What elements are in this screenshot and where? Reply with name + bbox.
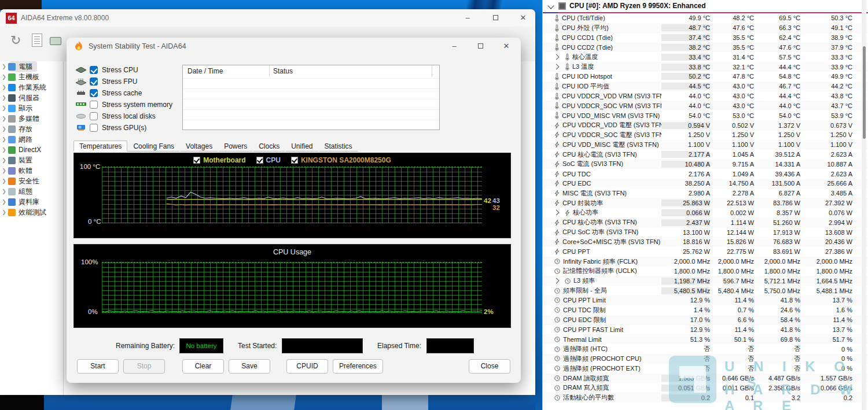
sensor-row[interactable]: DRAM 寫入頻寬0.051 GB/s0.011 GB/s2.358 GB/s0… bbox=[543, 383, 868, 393]
sensor-row[interactable]: CPU TDC 限制1.4 %0.7 %24.6 %1.6 % bbox=[543, 305, 868, 315]
chevron-right-icon[interactable]: ❯ bbox=[0, 105, 8, 111]
close-button[interactable]: ✕ bbox=[514, 13, 532, 23]
sensor-row[interactable]: 記憶體控制器頻率 (UCLK)1,800.0 MHz1,800.0 MHz1,8… bbox=[543, 267, 868, 276]
sidebar-item[interactable]: ❯效能測試 bbox=[0, 207, 63, 217]
sensor-row[interactable]: L3 頻率1,198.7 MHz596.7 MHz5,712.1 MHz1,66… bbox=[543, 276, 868, 286]
sensor-row[interactable]: CPU IOD Hotspot50.2 °C47.8 °C54.8 °C49.9… bbox=[543, 72, 868, 82]
sensor-row[interactable]: 活動核心的平均數0.20.13.20.2 bbox=[543, 393, 868, 402]
minimize-button[interactable]: – bbox=[459, 13, 476, 23]
stress-cache-checkbox[interactable] bbox=[90, 89, 98, 97]
chevron-right-icon[interactable]: ❯ bbox=[0, 126, 8, 132]
sensor-row[interactable]: CPU VDD_MISC VRM (SVI3 TFN)54.0 °C53.0 °… bbox=[543, 110, 868, 120]
dialog-close-button[interactable]: ✕ bbox=[498, 41, 515, 51]
tab-unified[interactable]: Unified bbox=[285, 141, 318, 152]
stress-gpu-checkbox[interactable] bbox=[90, 124, 98, 132]
sensor-row[interactable]: Infinity Fabric 頻率 (FCLK)2,000.0 MHz2,00… bbox=[543, 257, 868, 267]
close-button[interactable]: Close bbox=[469, 359, 510, 374]
chevron-right-icon[interactable]: ❯ bbox=[0, 116, 8, 121]
sensor-row[interactable]: CPU VDDCR_SOC 電壓 (SVI3 TFN)1.250 V1.250 … bbox=[543, 130, 868, 140]
chevron-right-icon[interactable]: ❯ bbox=[0, 84, 8, 90]
tab-cooling-fans[interactable]: Cooling Fans bbox=[127, 141, 180, 152]
dialog-maximize-button[interactable] bbox=[472, 41, 489, 51]
sensor-row[interactable]: 過熱降頻 (HTC)否否否0 % bbox=[543, 344, 868, 354]
chevron-right-icon[interactable]: ❯ bbox=[0, 64, 8, 69]
tab-temperatures[interactable]: Temperatures bbox=[73, 141, 127, 152]
chevron-right-icon[interactable] bbox=[554, 64, 560, 70]
chevron-right-icon[interactable]: ❯ bbox=[0, 147, 8, 153]
sensor-row[interactable]: CPU EDC38.250 A14.750 A131.500 A25.666 A bbox=[543, 179, 868, 189]
sensor-row[interactable]: CPU PPT25.762 W22.775 W83.691 W27.386 W bbox=[543, 247, 868, 257]
cpuid-button[interactable]: CPUID bbox=[286, 359, 328, 374]
dialog-minimize-button[interactable]: – bbox=[446, 41, 463, 51]
chevron-right-icon[interactable]: ❯ bbox=[0, 74, 8, 80]
sensor-row[interactable]: CPU PPT Limit12.9 %11.4 %41.8 %13.7 % bbox=[543, 296, 868, 305]
stress-fpu-option[interactable]: 123 Stress FPU bbox=[75, 77, 137, 86]
stress-gpu-option[interactable]: Stress GPU(s) bbox=[75, 123, 146, 132]
sensor-row[interactable]: CPU CCD1 (Tdie)37.4 °C35.5 °C62.4 °C38.9… bbox=[543, 33, 868, 43]
sensor-row[interactable]: CPU CCD2 (Tdie)38.2 °C35.5 °C47.6 °C37.9… bbox=[543, 42, 868, 52]
chevron-right-icon[interactable] bbox=[554, 278, 560, 284]
sensor-row[interactable]: CPU VDD_MISC 電壓 (SVI3 TFN)1.100 V1.100 V… bbox=[543, 140, 868, 150]
sensor-row[interactable]: 過熱降頻 (PROCHOT EXT)否否否0 % bbox=[543, 364, 868, 374]
stress-fpu-checkbox[interactable] bbox=[90, 77, 98, 86]
chevron-right-icon[interactable] bbox=[554, 54, 560, 60]
column-header-datetime[interactable]: Date / Time bbox=[187, 65, 223, 77]
chevron-right-icon[interactable]: ❯ bbox=[0, 178, 8, 184]
sensor-row[interactable]: CPU 封裝功率25.863 W22.513 W83.786 W27.392 W bbox=[543, 198, 868, 208]
sidebar-item[interactable]: ❯安全性 bbox=[0, 176, 63, 186]
sensor-row[interactable]: CPU (Tctl/Tdie)49.9 °C48.2 °C69.5 °C50.3… bbox=[543, 13, 868, 23]
sidebar-item[interactable]: ❯存放 bbox=[0, 124, 63, 134]
chevron-right-icon[interactable] bbox=[554, 210, 560, 216]
tab-voltages[interactable]: Voltages bbox=[180, 141, 218, 152]
stress-cpu-option[interactable]: Stress CPU bbox=[75, 65, 138, 75]
sensor-row[interactable]: CPU 外殼 (平均)48.7 °C47.6 °C66.3 °C49.1 °C bbox=[543, 23, 868, 33]
checkbox-icon[interactable] bbox=[256, 157, 263, 164]
stress-cache-option[interactable]: Stress cache bbox=[75, 88, 142, 98]
sidebar-item[interactable]: ❯主機板 bbox=[0, 72, 63, 82]
sensor-row[interactable]: 核心功率0.066 W0.002 W8.357 W0.076 W bbox=[543, 208, 868, 218]
sensor-row[interactable]: CPU VDDCR_VDD 電壓 (SVI3 TFN)0.594 V0.502 … bbox=[543, 120, 868, 130]
stress-cpu-checkbox[interactable] bbox=[90, 66, 98, 74]
sidebar-item[interactable]: ❯DirectX bbox=[0, 145, 63, 155]
sidebar-item[interactable]: ❯網路 bbox=[0, 134, 63, 145]
report-icon[interactable] bbox=[32, 34, 42, 47]
sensor-row[interactable]: 核心溫度33.4 °C31.4 °C57.5 °C33.3 °C bbox=[543, 52, 868, 62]
cpu-chip-icon[interactable] bbox=[50, 37, 61, 45]
sidebar-item[interactable]: ❯裝置 bbox=[0, 155, 63, 165]
chevron-right-icon[interactable]: ❯ bbox=[0, 157, 8, 163]
save-button[interactable]: Save bbox=[229, 359, 270, 374]
sidebar-item[interactable]: ❯伺服器 bbox=[0, 93, 63, 103]
refresh-icon[interactable]: ↻ bbox=[10, 34, 24, 47]
sensor-row[interactable]: CPU SoC 功率 (SVI3 TFN)13.100 W12.144 W17.… bbox=[543, 227, 868, 237]
sidebar-item[interactable]: ❯資料庫 bbox=[0, 197, 63, 207]
tab-clocks[interactable]: Clocks bbox=[253, 141, 285, 152]
chevron-right-icon[interactable]: ❯ bbox=[0, 189, 8, 194]
dialog-title-bar[interactable]: System Stability Test - AIDA64 – ✕ bbox=[67, 38, 521, 55]
sensor-row[interactable]: L3 溫度33.8 °C32.1 °C44.4 °C33.9 °C bbox=[543, 62, 868, 72]
scrollbar[interactable] bbox=[862, 0, 866, 410]
sensor-row[interactable]: 頻率限制 - 全局5,480.5 MHz5,480.4 MHz5,750.0 M… bbox=[543, 286, 868, 296]
sensor-row[interactable]: CPU PPT FAST Limit12.9 %11.4 %41.8 %13.7… bbox=[543, 325, 868, 335]
sensor-row[interactable]: Core+SoC+MISC 功率 (SVI3 TFN)18.816 W15.82… bbox=[543, 237, 868, 247]
sidebar-item[interactable]: ❯組態 bbox=[0, 186, 63, 197]
chevron-right-icon[interactable]: ❯ bbox=[0, 209, 8, 215]
sidebar-item[interactable]: ❯多媒體 bbox=[0, 113, 63, 124]
start-button[interactable]: Start bbox=[77, 359, 119, 374]
sensor-row[interactable]: MISC 電流 (SVI3 TFN)2.980 A2.278 A6.827 A3… bbox=[543, 189, 868, 198]
sensor-row[interactable]: CPU 核心電流 (SVI3 TFN)2.177 A1.045 A39.512 … bbox=[543, 150, 868, 160]
chevron-right-icon[interactable]: ❯ bbox=[0, 95, 8, 101]
legend-kingston[interactable]: KINGSTON SA2000M8250G bbox=[291, 156, 391, 164]
legend-cpu[interactable]: CPU bbox=[256, 156, 281, 164]
sidebar-item[interactable]: ❯顯示 bbox=[0, 103, 63, 113]
sensor-row[interactable]: CPU IOD 平均值44.5 °C43.0 °C46.7 °C44.2 °C bbox=[543, 82, 868, 91]
preferences-button[interactable]: Preferences bbox=[333, 359, 383, 374]
sensor-row[interactable]: DRAM 讀取頻寬1.583 GB/s0.646 GB/s4.487 GB/s1… bbox=[543, 374, 868, 383]
tab-statistics[interactable]: Statistics bbox=[319, 141, 358, 152]
column-header-status[interactable]: Status bbox=[273, 65, 293, 77]
stress-memory-checkbox[interactable] bbox=[90, 101, 98, 109]
sensor-row[interactable]: CPU VDDCR_VDD VRM (SVI3 TFN)44.0 °C43.0 … bbox=[543, 91, 868, 101]
sensor-row[interactable]: CPU EDC 限制17.0 %6.6 %58.4 %11.4 % bbox=[543, 315, 868, 325]
stress-memory-option[interactable]: Stress system memory bbox=[75, 100, 172, 109]
sensor-row[interactable]: 過熱降頻 (PROCHOT CPU)否否否0 % bbox=[543, 354, 868, 364]
stress-disks-checkbox[interactable] bbox=[90, 112, 98, 120]
